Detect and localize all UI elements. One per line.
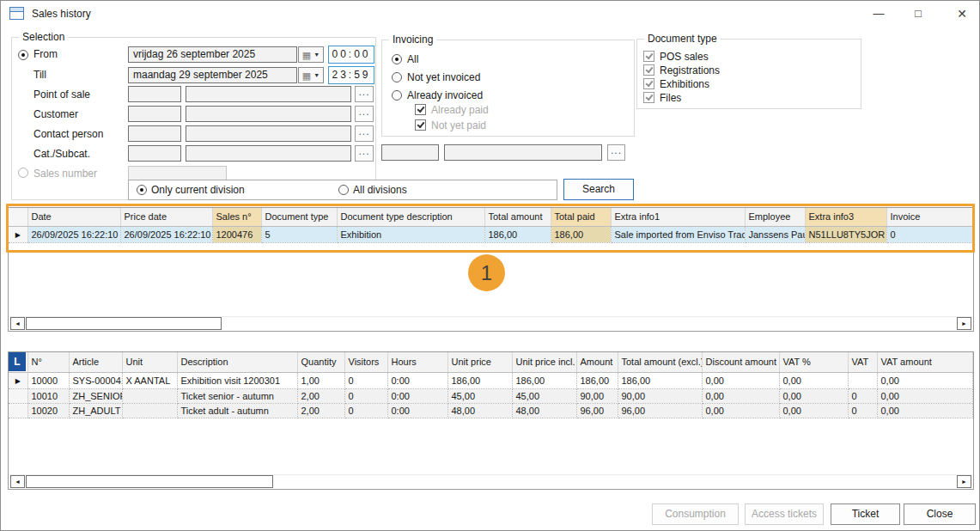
cell-invoice[interactable]: 0 [886, 226, 973, 242]
ticket-button[interactable]: Ticket [831, 504, 900, 525]
column-header-unit[interactable]: Unit [122, 352, 177, 372]
cell[interactable]: 0:00 [387, 403, 447, 418]
not-yet-invoiced-radio[interactable] [392, 72, 402, 82]
already-invoiced-radio[interactable] [392, 90, 402, 101]
column-header-vat[interactable]: VAT [848, 352, 877, 372]
column-header-extra-info3[interactable]: Extra info3 [805, 208, 886, 226]
cell-sales-no[interactable]: 1200476 [212, 226, 261, 242]
lines-grid-horizontal-scrollbar[interactable]: ◄ ► [9, 474, 972, 488]
cell[interactable]: Ticket senior - autumn [177, 388, 297, 403]
scroll-left-icon[interactable]: ◄ [10, 317, 25, 330]
cell[interactable]: 0 [848, 403, 877, 418]
column-header-total-amount-excl[interactable]: Total amount (excl.) [618, 352, 702, 372]
cell[interactable]: 0,00 [702, 388, 779, 403]
column-header-document-type-description[interactable]: Document type description [337, 208, 484, 226]
column-header-vat-pct[interactable]: VAT % [779, 352, 848, 372]
scroll-thumb[interactable] [26, 475, 273, 488]
customer-name-field[interactable] [186, 106, 351, 122]
cell[interactable]: 10020 [27, 403, 69, 418]
column-header-extra-info1[interactable]: Extra info1 [611, 208, 745, 226]
close-window-button[interactable]: ✕ [945, 1, 979, 27]
column-header-total-paid[interactable]: Total paid [551, 208, 611, 226]
cell-total-amount[interactable]: 186,00 [484, 226, 551, 242]
only-current-division-radio[interactable] [137, 185, 147, 195]
cell[interactable]: 0:00 [387, 388, 447, 403]
invoicing-extra-name-field[interactable] [444, 144, 602, 161]
line-row[interactable]: 10020 ZH_ADULT Ticket adult - autumn 2,0… [9, 403, 973, 418]
cell[interactable] [122, 388, 177, 403]
cell[interactable]: 0,00 [877, 388, 973, 403]
till-time-field[interactable]: 23:59 [328, 66, 374, 84]
cell[interactable]: 0,00 [779, 372, 848, 388]
cell-extra-info1[interactable]: Sale imported from Enviso Trade [611, 226, 745, 242]
point-of-sale-name-field[interactable] [186, 86, 351, 102]
cell[interactable]: 1,00 [297, 372, 344, 388]
from-radio[interactable] [18, 50, 28, 60]
line-row[interactable]: ▶ 10000 SYS-000041 X AANTAL Exhibition v… [9, 372, 973, 388]
column-header-line-no[interactable]: N° [27, 352, 69, 372]
cell-document-type[interactable]: 5 [261, 226, 337, 242]
from-calendar-button[interactable]: ▦ ▼ [298, 46, 324, 63]
scroll-left-icon[interactable]: ◄ [10, 475, 25, 488]
cell[interactable]: 0,00 [702, 403, 779, 418]
cell[interactable]: 0,00 [779, 403, 848, 418]
all-divisions-radio[interactable] [338, 185, 349, 195]
cell[interactable] [122, 403, 177, 418]
not-yet-paid-checkbox[interactable] [415, 119, 426, 131]
column-header-article[interactable]: Article [69, 352, 122, 372]
cell[interactable]: 10000 [27, 372, 69, 388]
cell[interactable]: 10010 [27, 388, 69, 403]
cell[interactable]: 0 [344, 388, 387, 403]
cell[interactable]: 0:00 [387, 372, 447, 388]
cell[interactable]: 0,00 [877, 372, 973, 388]
pos-sales-checkbox[interactable] [643, 51, 654, 62]
column-header-vat-amount[interactable]: VAT amount [877, 352, 973, 372]
sales-grid-row[interactable]: ▶ 26/09/2025 16:22:10 26/09/2025 16:22:1… [9, 226, 973, 242]
column-header-sales-no[interactable]: Sales n° [212, 208, 261, 226]
column-header-hours[interactable]: Hours [387, 352, 447, 372]
cell[interactable]: 186,00 [618, 372, 702, 388]
point-of-sale-code-field[interactable] [128, 86, 181, 102]
column-header-description[interactable]: Description [177, 352, 297, 372]
minimize-button[interactable]: — [861, 1, 896, 27]
column-header-date[interactable]: Date [27, 208, 120, 226]
contact-person-name-field[interactable] [186, 125, 351, 142]
maximize-button[interactable]: □ [901, 1, 935, 27]
search-button[interactable]: Search [563, 179, 634, 200]
cell[interactable]: 0,00 [779, 388, 848, 403]
cell[interactable]: 48,00 [447, 403, 512, 418]
cell[interactable]: 45,00 [512, 388, 576, 403]
column-header-invoice[interactable]: Invoice [886, 208, 973, 226]
column-header-employee[interactable]: Employee [745, 208, 805, 226]
invoicing-all-radio[interactable] [392, 54, 402, 64]
cell[interactable]: 0 [848, 388, 877, 403]
customer-browse-button[interactable]: ... [355, 106, 374, 122]
from-date-field[interactable]: vrijdag 26 september 2025 [128, 46, 297, 63]
column-header-visitors[interactable]: Visitors [344, 352, 387, 372]
sales-number-radio[interactable] [18, 168, 28, 178]
column-header-discount-amount[interactable]: Discount amount [702, 352, 779, 372]
cell[interactable]: ZH_SENIOR [69, 388, 122, 403]
column-header-unit-price[interactable]: Unit price [447, 352, 512, 372]
category-code-field[interactable] [128, 145, 181, 162]
cell[interactable]: 2,00 [297, 388, 344, 403]
cell[interactable]: 0,00 [702, 372, 779, 388]
access-tickets-button[interactable]: Access tickets [745, 504, 824, 525]
cell[interactable]: Ticket adult - autumn [177, 403, 297, 418]
contact-person-browse-button[interactable]: ... [355, 125, 374, 142]
point-of-sale-browse-button[interactable]: ... [355, 86, 374, 102]
contact-person-code-field[interactable] [128, 125, 181, 142]
cell[interactable]: Exhibition visit 1200301 [177, 372, 297, 388]
cell[interactable]: 45,00 [447, 388, 512, 403]
invoicing-extra-code-field[interactable] [381, 144, 439, 161]
line-row[interactable]: 10010 ZH_SENIOR Ticket senior - autumn 2… [9, 388, 973, 403]
cell[interactable]: 96,00 [576, 403, 618, 418]
cell[interactable]: 2,00 [297, 403, 344, 418]
column-header-unit-price-incl[interactable]: Unit price incl. [512, 352, 576, 372]
cell-document-type-description[interactable]: Exhibition [337, 226, 484, 242]
cell[interactable]: ZH_ADULT [69, 403, 122, 418]
files-checkbox[interactable] [643, 92, 654, 103]
already-paid-checkbox[interactable] [415, 104, 426, 115]
close-button[interactable]: Close [904, 504, 976, 525]
cell[interactable]: 186,00 [512, 372, 576, 388]
